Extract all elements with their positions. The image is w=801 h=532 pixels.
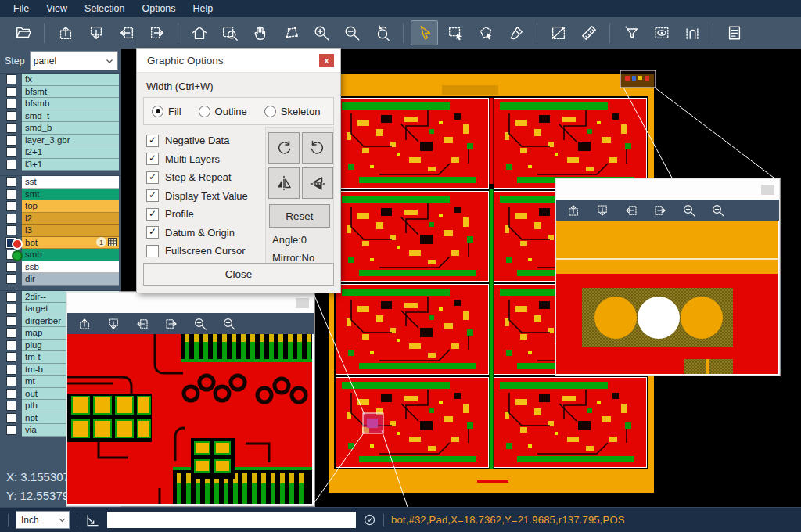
shift-right-button[interactable] — [143, 20, 171, 45]
layer-checkbox[interactable] — [6, 413, 16, 423]
select-polygon-button[interactable] — [472, 20, 499, 45]
layer-checkbox[interactable] — [6, 262, 16, 272]
layer-checkbox[interactable] — [6, 365, 16, 375]
layer-row-layer_3.gbr[interactable]: layer_3.gbr — [0, 135, 121, 147]
close-icon[interactable]: x — [319, 54, 334, 67]
zoom-out-button[interactable] — [220, 315, 239, 333]
layer-row-dir[interactable]: dir — [0, 273, 121, 286]
shift-right-button[interactable] — [651, 201, 670, 220]
close-button[interactable]: Close — [143, 263, 334, 286]
open-folder-button[interactable] — [9, 20, 37, 45]
measure-diagonal-button[interactable] — [544, 20, 572, 45]
checkbox-box[interactable] — [146, 245, 159, 257]
layer-checkbox[interactable] — [6, 304, 16, 314]
checkbox-fullscreen-cursor[interactable]: Fullscreen Cursor — [146, 242, 248, 261]
checkbox-box[interactable]: ✓ — [146, 135, 159, 147]
layer-checkbox[interactable] — [6, 189, 16, 200]
ruler-button[interactable] — [575, 20, 602, 45]
mirror-horizontal-button[interactable] — [302, 167, 333, 199]
checkbox-negative-data[interactable]: ✓Negative Data — [146, 131, 248, 150]
shift-down-button[interactable] — [593, 201, 612, 220]
snap-u-button[interactable] — [678, 20, 706, 45]
layer-row-l2[interactable]: l2 — [0, 213, 121, 225]
layer-checkbox[interactable] — [6, 160, 16, 170]
layer-row-smd_t[interactable]: smd_t — [0, 110, 121, 123]
checkbox-box[interactable]: ✓ — [146, 226, 159, 239]
menu-item-file[interactable]: File — [5, 2, 38, 16]
layer-row-l2+1[interactable]: l2+1 — [0, 146, 121, 159]
measure-path-button[interactable] — [277, 20, 304, 45]
layer-checkbox[interactable] — [6, 376, 16, 386]
layer-checkbox[interactable] — [6, 214, 16, 224]
zoom-previous-button[interactable] — [368, 20, 396, 45]
layer-row-l3+1[interactable]: l3+1 — [0, 159, 121, 171]
layer-row-fx[interactable]: fx — [0, 74, 121, 86]
dialog-titlebar[interactable]: Graphic Options x — [137, 49, 340, 73]
layer-checkbox[interactable] — [6, 401, 16, 411]
checkbox-profile[interactable]: ✓Profile — [146, 205, 248, 224]
shift-left-button[interactable] — [133, 315, 152, 333]
layer-checkbox[interactable] — [6, 274, 16, 284]
layer-row-bfsmb[interactable]: bfsmb — [0, 98, 121, 110]
pan-hand-button[interactable] — [246, 20, 274, 45]
layer-checkbox[interactable] — [6, 87, 16, 97]
zoom-out-button[interactable] — [338, 20, 365, 45]
checkbox-box[interactable]: ✓ — [146, 153, 159, 165]
command-input[interactable] — [107, 512, 356, 528]
layer-checkbox[interactable] — [6, 147, 16, 157]
shift-up-button[interactable] — [564, 201, 583, 220]
radio-outline[interactable]: Outline — [199, 106, 247, 117]
layer-checkbox[interactable] — [6, 316, 16, 326]
layer-row-l3[interactable]: l3 — [0, 225, 121, 237]
layer-checkbox[interactable] — [6, 340, 16, 350]
select-rect-button[interactable] — [441, 20, 469, 45]
shift-up-button[interactable] — [52, 20, 79, 45]
layer-row-ssb[interactable]: ssb — [0, 261, 121, 274]
grid-icon[interactable] — [108, 238, 117, 246]
menu-item-options[interactable]: Options — [133, 2, 184, 16]
layer-checkbox[interactable] — [6, 177, 16, 187]
left-magnifier-titlebar[interactable] — [67, 293, 314, 313]
checkbox-multi-layers[interactable]: ✓Multi Layers — [146, 150, 248, 169]
shift-down-button[interactable] — [104, 315, 123, 333]
layer-row-sst[interactable]: sst — [0, 176, 121, 189]
filter-button[interactable] — [617, 20, 645, 45]
layer-checkbox[interactable] — [6, 225, 16, 235]
layer-checkbox[interactable] — [6, 352, 16, 362]
zoom-out-button[interactable] — [709, 201, 727, 220]
radio-skeleton[interactable]: Skeleton — [264, 106, 321, 117]
step-select[interactable]: panel — [30, 51, 118, 70]
shift-up-button[interactable] — [75, 315, 94, 333]
layer-checkbox[interactable] — [6, 328, 16, 338]
sync-icon[interactable] — [363, 513, 376, 527]
checkbox-datum-origin[interactable]: ✓Datum & Origin — [146, 224, 248, 243]
layer-checkbox[interactable] — [6, 135, 16, 146]
checkbox-box[interactable]: ✓ — [146, 171, 159, 184]
rotate-ccw-button[interactable] — [302, 132, 333, 164]
brush-button[interactable] — [502, 20, 530, 45]
layer-checkbox[interactable] — [6, 201, 16, 211]
zoom-window-button[interactable] — [216, 20, 243, 45]
right-magnifier-view[interactable] — [556, 221, 779, 375]
layer-checkbox[interactable] — [6, 74, 16, 84]
layer-row-top[interactable]: top — [0, 200, 121, 213]
measure-angle-icon[interactable] — [84, 512, 100, 528]
layer-row-smt[interactable]: smt — [0, 189, 121, 201]
unit-select[interactable]: Inch — [16, 511, 70, 529]
right-magnifier-titlebar[interactable] — [556, 179, 779, 200]
radio-fill[interactable]: Fill — [152, 106, 181, 117]
mirror-vertical-button[interactable] — [268, 167, 300, 199]
layer-checkbox[interactable] — [6, 425, 16, 435]
home-button[interactable] — [185, 20, 213, 45]
shift-down-button[interactable] — [82, 20, 110, 45]
layer-row-bfsmt[interactable]: bfsmt — [0, 86, 121, 99]
rotate-cw-button[interactable] — [268, 132, 300, 164]
layer-row-bot[interactable]: bot1 — [0, 237, 121, 250]
menu-item-selection[interactable]: Selection — [76, 2, 133, 16]
checkbox-display-text-value[interactable]: ✓Display Text Value — [146, 187, 248, 206]
checkbox-box[interactable]: ✓ — [146, 189, 159, 202]
window-button[interactable] — [761, 185, 774, 195]
menu-item-view[interactable]: View — [38, 2, 76, 16]
layer-checkbox[interactable] — [6, 292, 16, 302]
select-cursor-button[interactable] — [411, 20, 438, 45]
